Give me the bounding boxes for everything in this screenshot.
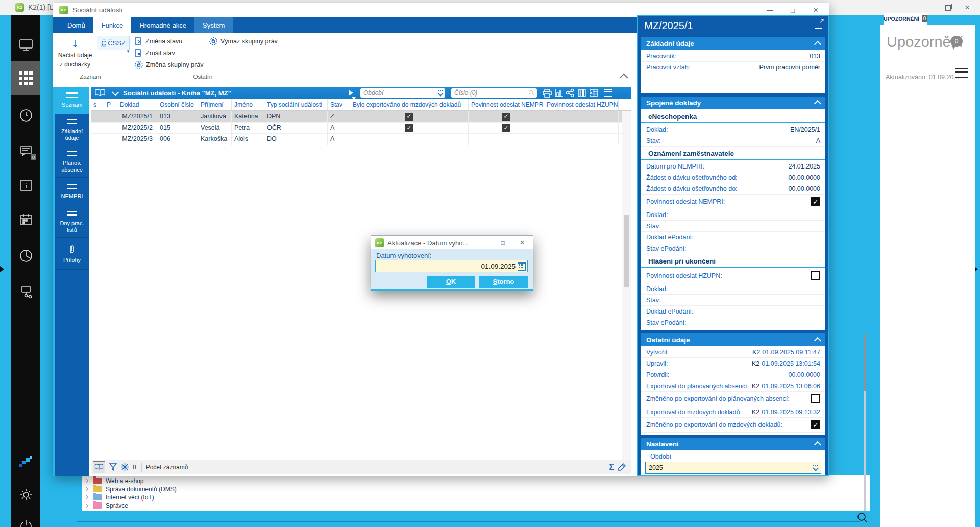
- collapse-ribbon-chevron-icon[interactable]: [620, 74, 628, 82]
- table-row[interactable]: MZ/2025/1 013 Janíková Kateřina DPN Z ✓ …: [91, 111, 631, 123]
- side-tab-planovane-absence[interactable]: Plánov. absence: [55, 146, 89, 178]
- cssz-button[interactable]: Č ČSSZ ▼: [97, 36, 130, 50]
- tab-funkce[interactable]: Funkce: [93, 17, 132, 33]
- side-tab-dny-prac-listu[interactable]: Dny prac. listů: [55, 206, 89, 238]
- excel-export-icon[interactable]: [588, 88, 598, 98]
- column-header-doklad[interactable]: Doklad: [117, 99, 157, 110]
- open-external-icon[interactable]: ↗: [815, 21, 822, 29]
- power-icon[interactable]: [11, 512, 40, 527]
- columns-icon[interactable]: [577, 88, 587, 98]
- tree-item-label[interactable]: Správce: [106, 502, 128, 509]
- column-header-osobni-cislo[interactable]: Osobní číslo: [157, 99, 198, 110]
- global-search-field[interactable]: [77, 521, 860, 522]
- side-tab-zakladni-udaje[interactable]: Základní údaje: [55, 114, 89, 146]
- period-combo[interactable]: [645, 462, 821, 474]
- restore-button[interactable]: [939, 2, 957, 13]
- period-combo-input[interactable]: [648, 464, 813, 472]
- tree-item[interactable]: Správa dokumentů (DMS): [85, 485, 177, 493]
- notifications-tab[interactable]: UPOZORNĚNÍ 0: [884, 13, 927, 25]
- minimize-button[interactable]: [919, 2, 936, 13]
- period-filter-input[interactable]: [362, 89, 437, 97]
- tree-item[interactable]: Internet věcí (IoT): [85, 493, 154, 501]
- cancel-status-button[interactable]: Zrušit stav: [135, 48, 175, 58]
- window-maximize-button[interactable]: □: [784, 5, 801, 16]
- chevron-down-icon[interactable]: [112, 88, 119, 95]
- collapse-chevron-icon[interactable]: [814, 100, 821, 107]
- edit-pencil-icon[interactable]: [618, 463, 626, 471]
- chart-icon[interactable]: [554, 88, 564, 98]
- dialog-close-button[interactable]: ×: [514, 237, 530, 248]
- checkbox-unchecked[interactable]: [811, 394, 820, 403]
- delete-rights-group-button[interactable]: Výmaz skupiny práv: [209, 36, 278, 46]
- column-header-p[interactable]: P: [104, 99, 117, 110]
- tree-item-label[interactable]: Web a e-shop: [106, 477, 144, 485]
- number-filter-input[interactable]: [453, 89, 528, 97]
- date-input[interactable]: [376, 262, 518, 271]
- side-tab-seznam[interactable]: Seznam: [55, 87, 89, 114]
- dropdown-caret-icon[interactable]: ▼: [126, 49, 130, 54]
- period-filter[interactable]: [360, 88, 445, 98]
- ok-button[interactable]: OK: [427, 276, 475, 288]
- book-view-button[interactable]: [93, 461, 105, 473]
- tree-item-label[interactable]: Internet věcí (IoT): [106, 494, 154, 501]
- change-status-button[interactable]: Změna stavu: [135, 36, 182, 46]
- column-header-typ[interactable]: Typ sociální události: [264, 99, 328, 110]
- calendar-icon[interactable]: [11, 205, 40, 234]
- scrollbar-thumb[interactable]: [864, 334, 866, 391]
- modules-grid-icon[interactable]: [11, 61, 40, 95]
- messages-icon[interactable]: 0: [11, 137, 40, 165]
- grid-scrollbar[interactable]: [622, 111, 631, 460]
- collapse-chevron-icon[interactable]: [814, 441, 821, 448]
- sum-icon[interactable]: Σ: [609, 463, 614, 472]
- tab-hromadne-akce[interactable]: Hromadné akce: [131, 17, 194, 33]
- tab-domu[interactable]: Domů: [59, 17, 93, 33]
- book-icon[interactable]: [94, 89, 106, 97]
- column-header-exportovano[interactable]: Bylo exportováno do mzdových dokladů: [350, 99, 469, 110]
- column-header-jmeno[interactable]: Jméno: [232, 99, 264, 110]
- column-header-hzupn[interactable]: Povinnost odeslat HZUPN: [544, 99, 619, 110]
- number-filter[interactable]: [451, 88, 537, 98]
- column-header-s[interactable]: s: [91, 99, 104, 110]
- network-icon[interactable]: [11, 278, 40, 306]
- tree-item[interactable]: Správce: [85, 501, 128, 510]
- freeze-icon[interactable]: [121, 463, 129, 471]
- column-header-stav[interactable]: Stav: [328, 99, 350, 110]
- expand-chevron-icon[interactable]: [84, 479, 88, 483]
- print-icon[interactable]: [542, 88, 552, 98]
- tree-item[interactable]: Web a e-shop: [85, 477, 144, 485]
- column-header-nempri[interactable]: Povinnost odeslat NEMPRI: [469, 99, 544, 110]
- expand-chevron-icon[interactable]: [84, 495, 88, 499]
- tree-item-label[interactable]: Správa dokumentů (DMS): [106, 486, 177, 493]
- checkbox-unchecked[interactable]: [811, 271, 820, 280]
- expand-chevron-icon[interactable]: [84, 504, 88, 508]
- side-tab-nempri[interactable]: NEMPRI: [55, 178, 89, 206]
- left-edge-expander[interactable]: [0, 266, 4, 272]
- play-filter-icon[interactable]: [349, 90, 353, 96]
- table-row[interactable]: MZ/2025/3 006 Karkoška Alois DO A ✓ ✓ ✓: [91, 133, 631, 145]
- desktop-icon[interactable]: [11, 31, 40, 59]
- tab-system[interactable]: Systém: [194, 17, 233, 33]
- dropdown-icon[interactable]: [437, 90, 443, 95]
- notifications-menu-icon[interactable]: [955, 68, 968, 78]
- change-rights-group-button[interactable]: Změna skupiny práv: [135, 60, 204, 70]
- filter-button[interactable]: [109, 463, 117, 471]
- checkbox-checked[interactable]: ✓: [811, 197, 820, 206]
- close-button[interactable]: ×: [959, 2, 976, 13]
- share-analysis-icon[interactable]: [565, 88, 575, 98]
- side-tab-prilohy[interactable]: Přílohy: [55, 238, 89, 270]
- expand-chevron-icon[interactable]: [84, 487, 88, 491]
- storno-button[interactable]: Storno: [479, 276, 528, 288]
- dialog-maximize-button[interactable]: □: [495, 237, 510, 248]
- collapse-chevron-icon[interactable]: [814, 41, 821, 48]
- column-header-prijmeni[interactable]: Příjmení: [198, 99, 232, 110]
- record-count-label[interactable]: Počet záznamů: [146, 464, 188, 471]
- dialog-minimize-button[interactable]: [475, 237, 490, 248]
- settings-gear-icon[interactable]: [11, 481, 40, 509]
- window-minimize-button[interactable]: [761, 5, 778, 16]
- table-row[interactable]: MZ/2025/2 015 Veselá Petra OČR A ✓ ✓ ✓: [91, 122, 631, 134]
- dropdown-icon[interactable]: [813, 465, 819, 470]
- calendar-picker-icon[interactable]: [518, 262, 526, 271]
- grid-menu-icon[interactable]: [603, 88, 614, 98]
- window-close-button[interactable]: ×: [807, 5, 824, 16]
- scrollbar-thumb[interactable]: [624, 215, 629, 287]
